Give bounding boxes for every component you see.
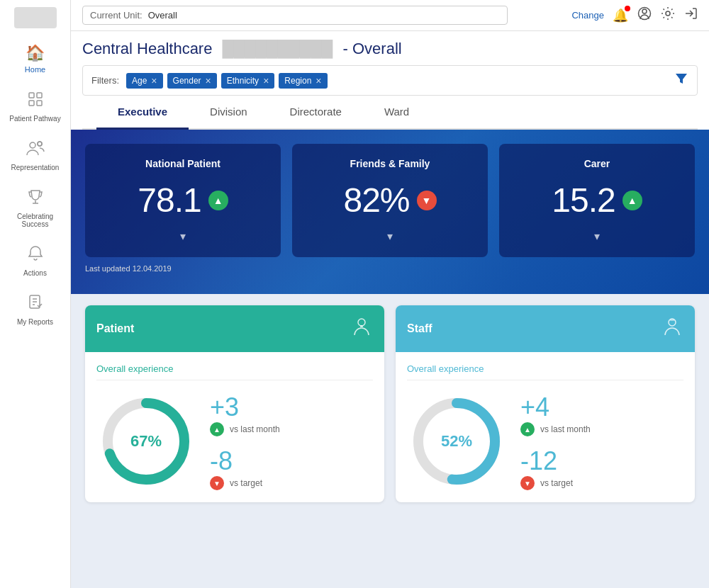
metric-card-carer[interactable]: Carer 15.2 ▲ ▾ [499,144,695,257]
svg-point-4 [30,142,35,148]
patient-card-body: Overall experience 67% +3 [85,352,384,502]
page-title: Central Healthcare ██████████ - Overall [82,40,698,58]
patient-stat2-value: -8 [210,446,280,476]
filter-tag-region[interactable]: Region × [279,73,327,89]
patient-donut-area: 67% +3 ▲ vs last month -8 [96,392,373,491]
metric-chevron[interactable]: ▾ [594,230,600,243]
metric-chevron[interactable]: ▾ [387,230,393,243]
bell-icon [28,245,43,266]
stat1-up-icon: ▲ [210,422,224,436]
topbar-actions: Change 🔔 [571,6,698,25]
metric-value: 82% [343,181,409,220]
patient-card-title: Patient [96,322,134,335]
svg-rect-15 [670,319,674,321]
metric-value-row: 82% ▼ [343,181,436,220]
staff-stat2: -12 ▼ vs target [520,446,591,490]
logout-icon[interactable] [683,6,698,24]
staff-card-title: Staff [407,322,432,335]
sidebar-logo [14,7,57,28]
filter-tag-ethnicity[interactable]: Ethnicity × [221,73,275,89]
metric-chevron[interactable]: ▾ [180,230,186,243]
metric-card-national-patient[interactable]: National Patient 78.1 ▲ ▾ [85,144,281,257]
staff-donut-area: 52% +4 ▲ vs last month -12 [407,392,683,491]
filter-funnel-icon[interactable] [674,72,688,89]
trophy-icon [27,188,44,210]
main-content: Current Unit: Overall Change 🔔 [71,0,709,588]
staff-card: Staff Overall experience [396,305,695,502]
sidebar: 🏠 Home Patient Pathway Representation [0,0,71,588]
filter-tag-label: Age [132,76,147,86]
staff-stat1-value: +4 [520,392,591,422]
filter-remove-region[interactable]: × [316,75,321,86]
sidebar-item-home[interactable]: 🏠 Home [0,35,70,82]
tab-ward[interactable]: Ward [363,96,430,130]
trend-down-icon: ▼ [417,191,437,210]
metric-value-row: 78.1 ▲ [138,181,228,220]
tab-directorate[interactable]: Directorate [269,96,363,130]
hero-section: National Patient 78.1 ▲ ▾ Friends & Fami… [71,130,709,294]
staff-donut-label: 52% [441,432,472,451]
patient-card: Patient Overall experience [85,305,384,502]
title-redacted: ██████████ [223,40,333,57]
unit-search[interactable]: Current Unit: Overall [82,6,508,25]
unit-label: Current Unit: [90,10,143,21]
svg-point-10 [666,11,670,16]
stat2-down-icon: ▼ [210,476,224,490]
trend-up-icon: ▲ [208,191,228,210]
patient-donut-label: 67% [130,432,162,451]
sidebar-item-label: Actions [23,269,47,277]
title-suffix: - Overall [343,40,402,57]
svg-rect-3 [37,101,42,106]
sidebar-item-label: Patient Pathway [9,115,60,123]
metric-value: 78.1 [138,181,201,220]
patient-stat2: -8 ▼ vs target [210,446,280,490]
sidebar-item-celebrating-success[interactable]: Celebrating Success [0,180,70,237]
topbar: Current Unit: Overall Change 🔔 [71,0,709,31]
change-button[interactable]: Change [571,10,604,21]
unit-value: Overall [148,10,177,21]
patient-stat1-label: vs last month [230,424,280,434]
tab-division[interactable]: Division [189,96,269,130]
home-icon: 🏠 [26,44,45,62]
filter-tag-gender[interactable]: Gender × [167,73,217,89]
staff-stats: +4 ▲ vs last month -12 ▼ vs tar [520,392,591,490]
filter-remove-ethnicity[interactable]: × [263,75,269,86]
sidebar-item-label: My Reports [17,318,53,326]
staff-card-body: Overall experience 52% +4 [396,352,695,502]
patient-card-header: Patient [85,305,384,352]
sidebar-item-my-reports[interactable]: My Reports [0,285,70,334]
metric-title: Friends & Family [350,158,430,169]
staff-stat1-up-icon: ▲ [520,422,535,436]
reports-icon [28,294,43,315]
notification-icon[interactable]: 🔔 [613,8,628,23]
sidebar-item-actions[interactable]: Actions [0,237,70,285]
staff-stat2-value: -12 [520,446,591,476]
title-org: Central Healthcare [82,40,212,57]
filter-tag-label: Gender [173,76,201,86]
staff-stat2-label: vs target [540,478,573,488]
staff-stat2-row: ▼ vs target [520,476,591,490]
sidebar-item-representation[interactable]: Representation [0,131,70,180]
sidebar-item-patient-pathway[interactable]: Patient Pathway [0,82,70,131]
sidebar-item-label: Home [25,65,45,74]
representation-icon [26,140,45,161]
pathway-icon [27,91,44,112]
filter-tag-age[interactable]: Age × [126,73,163,89]
metric-value-row: 15.2 ▲ [552,181,642,220]
patient-icon [350,315,373,342]
patient-stat2-label: vs target [230,478,262,488]
sidebar-item-label: Representation [11,164,60,171]
trend-up-icon: ▲ [623,191,642,210]
staff-stat1: +4 ▲ vs last month [520,392,591,436]
tabs-bar: Executive Division Directorate Ward [82,96,698,130]
filter-remove-age[interactable]: × [151,75,157,86]
metric-title: Carer [584,158,610,169]
user-settings-icon[interactable] [637,6,652,25]
metric-card-friends-family[interactable]: Friends & Family 82% ▼ ▾ [292,144,488,257]
svg-rect-1 [37,93,42,98]
settings-icon[interactable] [661,6,675,24]
filters-label: Filters: [91,75,119,86]
staff-card-header: Staff [396,305,695,352]
tab-executive[interactable]: Executive [96,96,189,130]
filter-remove-gender[interactable]: × [206,75,211,86]
